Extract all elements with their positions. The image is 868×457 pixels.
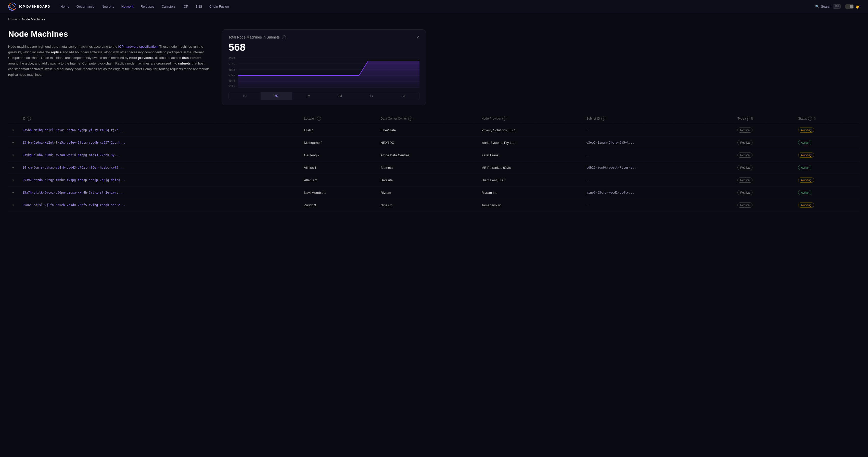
row-status-5: Active (794, 186, 860, 199)
col-type-info[interactable]: i (745, 117, 749, 121)
row-type-6: Replica (733, 199, 794, 211)
row-expand-4[interactable]: ▾ (8, 174, 18, 186)
row-expand-0[interactable]: ▾ (8, 124, 18, 136)
row-node-provider-6: Tomahawk.vc (477, 199, 582, 211)
breadcrumb: Home / Node Machines (0, 13, 868, 23)
col-status-info[interactable]: i (808, 117, 812, 121)
row-status-0: Awaiting (794, 124, 860, 136)
row-node-provider-3: MB Patrankos šūvis (477, 161, 582, 174)
row-subnet-id-0: - (582, 124, 734, 136)
table-row[interactable]: ▾ 253m2-atzdo-rltqy-tmnhr-fvspg-fat3p-sd… (8, 174, 860, 186)
nav-neurons[interactable]: Neurons (102, 5, 114, 8)
row-type-0: Replica (733, 124, 794, 136)
time-tab-1m[interactable]: 1M (292, 92, 324, 100)
replica-text: replica (51, 50, 62, 54)
row-status-1: Active (794, 136, 860, 149)
time-tab-1y[interactable]: 1Y (356, 92, 388, 100)
breadcrumb-current: Node Machines (22, 17, 45, 21)
y-label-3: 565.5 (228, 74, 235, 77)
row-expand-1[interactable]: ▾ (8, 136, 18, 149)
subnets-text: subnets (178, 61, 191, 65)
col-subnet-info[interactable]: i (601, 117, 606, 121)
row-node-provider-2: Karel Frank (477, 149, 582, 161)
row-location-3: Vilnius 1 (300, 161, 376, 174)
col-type-sort[interactable]: ⇅ (751, 117, 753, 120)
row-dc-owner-5: Rivram (376, 186, 477, 199)
row-type-2: Replica (733, 149, 794, 161)
expand-button[interactable]: ⤢ (416, 35, 420, 39)
col-dc-info[interactable]: i (408, 117, 412, 121)
brand-text: ICP DASHBOARD (19, 5, 50, 8)
table-row[interactable]: ▾ 235hh-hmjhq-dejel-3q5oi-pdz66-dygbp-yi… (8, 124, 860, 136)
table-section: ID i Location i Data Cen (0, 114, 868, 220)
table-header: ID i Location i Data Cen (8, 114, 860, 124)
table-row[interactable]: ▾ 23jbm-6z6mi-ki2ut-fkz5x-yy4uy-6llls-yy… (8, 136, 860, 149)
search-button[interactable]: 🔍 Search ⌘K (815, 4, 841, 9)
logo-icon (8, 3, 16, 11)
row-id-4: 253m2-atzdo-rltqy-tmnhr-fvspg-fat3p-sdbj… (18, 174, 300, 186)
row-type-4: Replica (733, 174, 794, 186)
y-label-0: 568.5 (228, 57, 235, 60)
col-id: ID i (18, 114, 300, 124)
row-id-1: 23jbm-6z6mi-ki2ut-fkz5x-yy4uy-6llls-yyod… (18, 136, 300, 149)
row-type-1: Replica (733, 136, 794, 149)
row-node-provider-5: Rivram Inc (477, 186, 582, 199)
row-subnet-id-5: yinp6-35cfo-wgcd2-oc4ty... (582, 186, 734, 199)
row-id-3: 24fcm-3onfs-cykax-al4jb-gvdd3-u76zl-ht6e… (18, 161, 300, 174)
table-wrapper: ID i Location i Data Cen (8, 114, 860, 211)
col-status: Status i ⇅ (794, 114, 860, 124)
row-expand-2[interactable]: ▾ (8, 149, 18, 161)
time-tab-1d[interactable]: 1D (229, 92, 260, 100)
table-row[interactable]: ▾ 25o6i-sdjsl-vjlfn-6duch-vskdu-26pf5-cw… (8, 199, 860, 211)
time-tab-all[interactable]: All (388, 92, 420, 100)
chart-info-icon[interactable]: i (282, 35, 286, 39)
chart-svg (238, 57, 420, 88)
row-id-5: 25a7h-yfxtk-5wcoz-p56pu-bzpsa-xkr4h-7mlk… (18, 186, 300, 199)
row-expand-6[interactable]: ▾ (8, 199, 18, 211)
row-location-0: Utah 1 (300, 124, 376, 136)
icp-hardware-link[interactable]: ICP hardware specification (118, 44, 157, 49)
nav-canisters[interactable]: Canisters (162, 5, 176, 8)
chart-card: Total Node Machines in Subnets i ⤢ 568 5… (222, 29, 426, 105)
data-centers-text: data centers (182, 56, 202, 60)
col-location-info[interactable]: i (317, 117, 321, 121)
col-node-provider: Node Provider i (477, 114, 582, 124)
nav-network[interactable]: Network (121, 5, 134, 8)
nav-governance[interactable]: Governance (76, 5, 95, 8)
row-expand-5[interactable]: ▾ (8, 186, 18, 199)
description-text: Node machines are high-end bare-metal se… (8, 44, 212, 78)
logo[interactable]: ICP DASHBOARD (8, 3, 50, 11)
toggle-switch[interactable] (845, 4, 854, 9)
time-tab-7d[interactable]: 7D (260, 92, 292, 100)
row-type-3: Replica (733, 161, 794, 174)
search-kbd: ⌘K (833, 4, 841, 9)
col-location: Location i (300, 114, 376, 124)
nav-releases[interactable]: Releases (141, 5, 154, 8)
col-status-sort[interactable]: ⇅ (813, 117, 816, 120)
col-id-info[interactable]: i (27, 117, 31, 121)
row-subnet-id-4: - (582, 174, 734, 186)
row-status-4: Awaiting (794, 174, 860, 186)
table-body: ▾ 235hh-hmjhq-dejel-3q5oi-pdz66-dygbp-yi… (8, 124, 860, 211)
table-row[interactable]: ▾ 24fcm-3onfs-cykax-al4jb-gvdd3-u76zl-ht… (8, 161, 860, 174)
nav-icp[interactable]: ICP (183, 5, 188, 8)
nav-right: 🔍 Search ⌘K ☀️ (815, 4, 860, 9)
row-dc-owner-3: Baltneta (376, 161, 477, 174)
row-dc-owner-1: NEXTDC (376, 136, 477, 149)
nav-sns[interactable]: SNS (195, 5, 202, 8)
breadcrumb-home[interactable]: Home (8, 17, 17, 21)
col-np-info[interactable]: i (502, 117, 506, 121)
table-row[interactable]: ▾ 23ykg-dluh4-32ndj-zw7au-wa3id-ptbpg-mt… (8, 149, 860, 161)
navbar: ICP DASHBOARD Home Governance Neurons Ne… (0, 0, 868, 13)
row-subnet-id-1: o3ow2-2ipam-6fcjo-3j5vt... (582, 136, 734, 149)
nav-home[interactable]: Home (60, 5, 69, 8)
time-tab-3m[interactable]: 3M (324, 92, 356, 100)
node-providers-text: node providers (129, 56, 153, 60)
nav-chain-fusion[interactable]: Chain Fusion (209, 5, 229, 8)
row-expand-3[interactable]: ▾ (8, 161, 18, 174)
y-label-4: 564.5 (228, 79, 235, 82)
table-row[interactable]: ▾ 25a7h-yfxtk-5wcoz-p56pu-bzpsa-xkr4h-7m… (8, 186, 860, 199)
col-type: Type i ⇅ (733, 114, 794, 124)
row-location-2: Gauteng 2 (300, 149, 376, 161)
theme-toggle[interactable]: ☀️ (845, 4, 860, 9)
